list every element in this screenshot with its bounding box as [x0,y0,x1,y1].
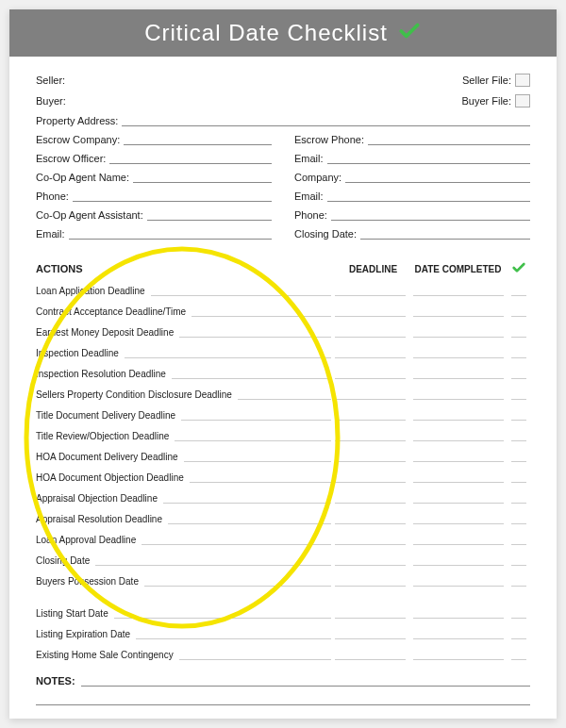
action-underline [179,650,331,660]
action-underline [163,493,331,504]
date-completed-input[interactable] [413,369,504,379]
action-label: Inspection Deadline [36,348,119,358]
check-input[interactable] [511,555,526,566]
check-input[interactable] [511,629,526,639]
date-completed-input[interactable] [413,535,504,545]
check-input[interactable] [511,650,526,660]
email-input[interactable] [69,228,272,240]
date-completed-input[interactable] [413,286,504,296]
date-completed-input[interactable] [413,629,504,639]
escrow-phone-label: Escrow Phone: [294,134,364,145]
company-input[interactable] [345,172,530,183]
phone-input[interactable] [73,190,272,202]
action-row: Sellers Property Condition Disclosure De… [36,387,530,402]
action-underline [238,389,331,400]
date-completed-input[interactable] [413,493,504,504]
seller-file-box[interactable] [515,74,530,87]
check-input[interactable] [511,410,526,421]
date-completed-input[interactable] [413,452,504,462]
deadline-input[interactable] [335,369,406,379]
deadline-input[interactable] [335,389,406,400]
action-row: Closing Date [36,553,530,568]
action-label: Loan Approval Deadline [36,535,136,545]
date-completed-input[interactable] [413,576,504,587]
property-address-input[interactable] [122,115,530,126]
action-label: Contract Acceptance Deadline/Time [36,306,186,317]
deadline-input[interactable] [335,452,406,462]
deadline-input[interactable] [335,535,406,545]
coop-agent-name-input[interactable] [133,172,272,183]
actions-gap [36,594,530,605]
action-row: Title Document Delivery Deadline [36,407,530,422]
date-completed-input[interactable] [413,431,504,441]
date-completed-header: DATE COMPLETED [408,264,508,274]
coop-assistant-label: Co-Op Agent Assistant: [36,209,143,221]
deadline-input[interactable] [335,650,406,660]
date-completed-input[interactable] [413,306,504,317]
deadline-input[interactable] [335,431,406,441]
date-completed-input[interactable] [413,348,504,358]
deadline-input[interactable] [335,286,406,296]
check-input[interactable] [511,389,526,400]
email3-label: Email: [294,190,324,202]
escrow-phone-input[interactable] [368,134,530,145]
action-underline [172,369,331,379]
check-input[interactable] [511,327,526,338]
action-underline [142,535,331,545]
date-completed-input[interactable] [413,555,504,566]
check-input[interactable] [511,514,526,524]
action-label: Listing Expiration Date [36,629,130,639]
closing-date-label: Closing Date: [294,228,357,240]
deadline-input[interactable] [335,576,406,587]
deadline-input[interactable] [335,514,406,524]
date-completed-input[interactable] [413,650,504,660]
buyer-file-box[interactable] [515,94,530,108]
deadline-input[interactable] [335,629,406,639]
action-row: HOA Document Delivery Deadline [36,449,530,464]
action-underline [190,472,331,483]
check-input[interactable] [511,493,526,504]
check-input[interactable] [511,608,526,619]
action-label: Closing Date [36,555,90,566]
check-input[interactable] [511,535,526,545]
coop-assistant-input[interactable] [147,209,272,221]
email2-input[interactable] [327,153,530,164]
escrow-company-input[interactable] [124,134,272,145]
deadline-input[interactable] [335,410,406,421]
deadline-input[interactable] [335,472,406,483]
action-row: Contract Acceptance Deadline/Time [36,304,530,319]
check-input[interactable] [511,431,526,441]
deadline-input[interactable] [335,327,406,338]
deadline-header: DEADLINE [338,264,408,274]
deadline-input[interactable] [335,608,406,619]
date-completed-input[interactable] [413,327,504,338]
date-completed-input[interactable] [413,472,504,483]
deadline-input[interactable] [335,348,406,358]
email-label: Email: [36,228,65,240]
deadline-input[interactable] [335,306,406,317]
check-input[interactable] [511,306,526,317]
action-row: Inspection Resolution Deadline [36,366,530,381]
check-input[interactable] [511,576,526,587]
email3-input[interactable] [327,190,530,202]
date-completed-input[interactable] [413,514,504,524]
check-input[interactable] [511,452,526,462]
check-input[interactable] [511,348,526,358]
notes-line-2[interactable] [36,692,530,705]
action-label: Listing Start Date [36,608,108,619]
date-completed-input[interactable] [413,410,504,421]
check-input[interactable] [511,286,526,296]
date-completed-input[interactable] [413,608,504,619]
check-input[interactable] [511,472,526,483]
phone-label: Phone: [36,190,69,202]
notes-input-line[interactable] [81,675,530,687]
deadline-input[interactable] [335,555,406,566]
deadline-input[interactable] [335,493,406,504]
check-input[interactable] [511,369,526,379]
closing-date-input[interactable] [360,228,530,240]
phone2-label: Phone: [294,209,327,221]
date-completed-input[interactable] [413,389,504,400]
escrow-officer-input[interactable] [109,153,272,164]
two-column-fields: Escrow Company: Escrow Officer: Co-Op Ag… [36,134,530,247]
phone2-input[interactable] [331,209,530,221]
